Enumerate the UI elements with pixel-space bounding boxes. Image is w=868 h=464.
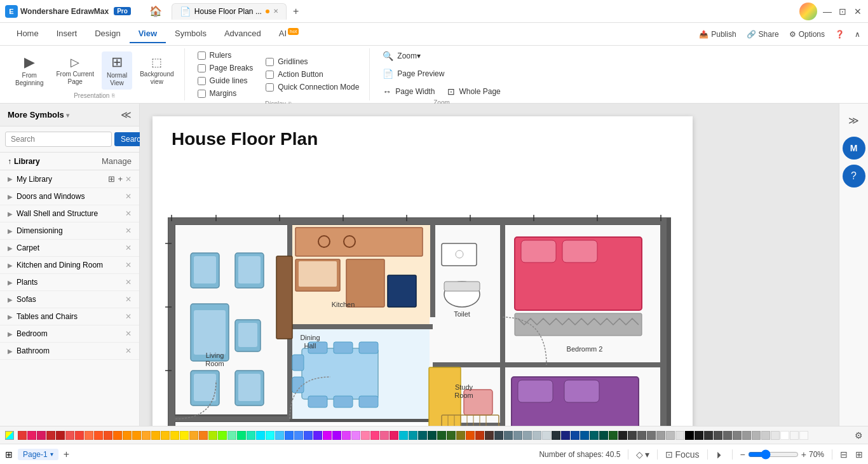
- section-bathroom[interactable]: ▶ Bathroom ✕: [0, 343, 139, 360]
- active-tab[interactable]: 📄 House Floor Plan ... ✕: [172, 3, 287, 20]
- quick-connection-input[interactable]: [266, 83, 274, 92]
- page-tab-1[interactable]: Page-1 ▾: [18, 449, 58, 460]
- color-swatch[interactable]: [714, 431, 722, 440]
- collapse-right-btn[interactable]: ≫: [843, 109, 865, 132]
- color-swatch[interactable]: [199, 431, 208, 440]
- help-btn[interactable]: ❓: [835, 30, 844, 39]
- sidebar-dropdown-icon[interactable]: ▾: [66, 112, 69, 119]
- color-swatch[interactable]: [761, 431, 770, 440]
- color-swatch[interactable]: [170, 431, 179, 440]
- color-swatch[interactable]: [37, 431, 46, 440]
- color-swatch[interactable]: [275, 431, 284, 440]
- whole-page-btn[interactable]: ⊡ Whole Page: [442, 84, 505, 99]
- section-remove-btn[interactable]: ✕: [125, 209, 132, 218]
- color-swatch[interactable]: [628, 431, 637, 440]
- color-swatch[interactable]: [542, 431, 551, 440]
- color-swatch[interactable]: [85, 431, 93, 440]
- color-swatch[interactable]: [723, 431, 732, 440]
- color-swatch[interactable]: [27, 431, 36, 440]
- color-swatch[interactable]: [342, 431, 351, 440]
- color-swatch[interactable]: [123, 431, 132, 440]
- new-tab-btn[interactable]: +: [288, 3, 304, 20]
- section-add-icon[interactable]: +: [118, 174, 123, 184]
- page-width-btn[interactable]: ↔ Page Width: [377, 84, 440, 99]
- shape-style-btn[interactable]: ◇ ▾: [636, 449, 649, 460]
- color-swatch[interactable]: [227, 431, 236, 440]
- color-swatch[interactable]: [513, 431, 522, 440]
- section-sofas[interactable]: ▶ Sofas ✕: [0, 291, 139, 308]
- options-btn[interactable]: ⚙ Options: [789, 30, 825, 39]
- color-swatch[interactable]: [580, 431, 589, 440]
- focus-btn[interactable]: ⊡ Focus: [665, 449, 699, 460]
- tab-symbols[interactable]: Symbols: [166, 25, 215, 43]
- color-swatch[interactable]: [189, 431, 198, 440]
- section-kitchen-dining[interactable]: ▶ Kitchen and Dining Room ✕: [0, 257, 139, 274]
- color-swatch[interactable]: [151, 431, 160, 440]
- color-settings-btn[interactable]: ⚙: [855, 430, 863, 440]
- color-swatch[interactable]: [780, 431, 789, 440]
- page-breaks-checkbox[interactable]: Page Breaks: [198, 64, 254, 72]
- color-swatch[interactable]: [266, 431, 275, 440]
- color-swatch[interactable]: [475, 431, 484, 440]
- guide-lines-checkbox[interactable]: Guide lines: [198, 76, 254, 85]
- section-remove-btn[interactable]: ✕: [125, 175, 132, 184]
- color-swatch[interactable]: [656, 431, 665, 440]
- tab-view[interactable]: View: [130, 25, 166, 43]
- color-swatch[interactable]: [46, 431, 55, 440]
- color-swatch[interactable]: [285, 431, 294, 440]
- color-swatch[interactable]: [380, 431, 389, 440]
- color-swatch[interactable]: [532, 431, 541, 440]
- color-swatch[interactable]: [237, 431, 246, 440]
- color-swatch[interactable]: [370, 431, 379, 440]
- color-swatch[interactable]: [456, 431, 465, 440]
- from-current-page-btn[interactable]: ▷ From CurrentPage: [51, 53, 98, 88]
- color-swatch[interactable]: [571, 431, 580, 440]
- from-beginning-btn[interactable]: ▶ FromBeginning: [10, 51, 48, 90]
- section-carpet[interactable]: ▶ Carpet ✕: [0, 240, 139, 257]
- section-remove-btn[interactable]: ✕: [125, 192, 132, 201]
- color-swatch[interactable]: [637, 431, 646, 440]
- color-swatch[interactable]: [351, 431, 360, 440]
- color-swatch[interactable]: [94, 431, 103, 440]
- color-swatch[interactable]: [313, 431, 322, 440]
- color-swatch[interactable]: [666, 431, 675, 440]
- expand-btn[interactable]: ⊞: [855, 449, 863, 460]
- color-swatch[interactable]: [733, 431, 742, 440]
- color-swatch[interactable]: [390, 431, 398, 440]
- color-swatch[interactable]: [695, 431, 703, 440]
- manage-link[interactable]: Manage: [102, 156, 132, 166]
- section-remove-btn[interactable]: ✕: [125, 243, 132, 252]
- tab-home[interactable]: Home: [8, 25, 48, 43]
- minimize-btn[interactable]: —: [822, 6, 832, 17]
- tab-insert[interactable]: Insert: [48, 25, 86, 43]
- rulers-checkbox[interactable]: Rulers: [198, 51, 254, 60]
- color-swatch[interactable]: [447, 431, 456, 440]
- publish-btn[interactable]: 📤 Publish: [699, 30, 736, 39]
- color-swatch[interactable]: [113, 431, 122, 440]
- action-button-checkbox[interactable]: Action Button: [266, 70, 359, 79]
- share-btn[interactable]: 🔗 Share: [747, 30, 779, 39]
- canvas-area[interactable]: House Floor Plan: [140, 104, 839, 426]
- close-btn[interactable]: ✕: [853, 6, 863, 17]
- section-bedroom[interactable]: ▶ Bedroom ✕: [0, 325, 139, 343]
- zoom-out-btn[interactable]: −: [740, 449, 745, 460]
- margins-checkbox[interactable]: Margins: [198, 89, 254, 98]
- color-swatch[interactable]: [485, 431, 494, 440]
- margins-input[interactable]: [198, 90, 206, 98]
- section-remove-btn[interactable]: ✕: [125, 261, 132, 270]
- color-swatch[interactable]: [399, 431, 408, 440]
- section-plants[interactable]: ▶ Plants ✕: [0, 274, 139, 291]
- page-tab-dropdown[interactable]: ▾: [50, 451, 53, 458]
- color-swatch[interactable]: [675, 431, 684, 440]
- color-swatch[interactable]: [256, 431, 265, 440]
- play-btn[interactable]: ⏵: [715, 449, 724, 460]
- color-swatch[interactable]: [504, 431, 513, 440]
- color-swatch[interactable]: [409, 431, 417, 440]
- help-panel-btn[interactable]: ?: [843, 165, 865, 188]
- section-remove-btn[interactable]: ✕: [125, 226, 132, 235]
- color-swatch[interactable]: [418, 431, 427, 440]
- color-swatch[interactable]: [218, 431, 227, 440]
- zoom-dropdown-btn[interactable]: 🔍 Zoom▾: [377, 48, 426, 64]
- color-swatch[interactable]: [75, 431, 84, 440]
- color-swatch[interactable]: [161, 431, 170, 440]
